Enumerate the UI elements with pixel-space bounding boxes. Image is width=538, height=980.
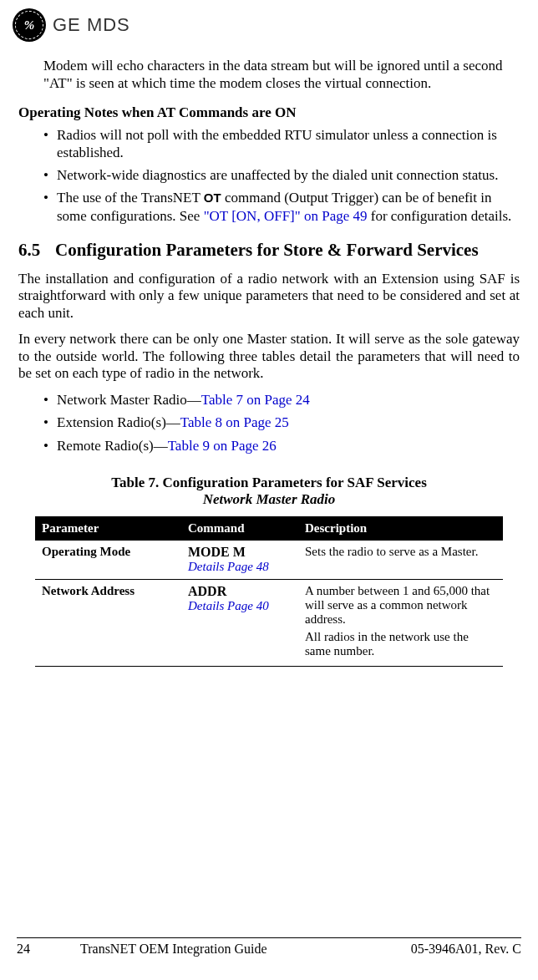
description-text: A number between 1 and 65,000 that will … (305, 584, 496, 627)
ge-logo-icon: % (13, 8, 46, 42)
page-footer: 24 TransNET OEM Integration Guide 05-394… (17, 937, 521, 957)
table-subcaption: Network Master Radio (18, 491, 520, 508)
operating-notes-heading: Operating Notes when AT Commands are ON (18, 104, 520, 121)
description-cell: A number between 1 and 65,000 that will … (298, 579, 503, 666)
table-caption: Table 7. Configuration Parameters for SA… (18, 475, 520, 491)
intro-paragraph: Modem will echo characters in the data s… (18, 57, 520, 93)
table-row: Operating Mode MODE M Details Page 48 Se… (35, 541, 503, 580)
list-item: Remote Radio(s)—Table 9 on Page 26 (43, 437, 520, 454)
cross-reference-link[interactable]: Table 8 on Page 25 (180, 414, 289, 430)
table-reference-list: Network Master Radio—Table 7 on Page 24 … (18, 391, 520, 454)
cross-reference-link[interactable]: Table 9 on Page 26 (168, 438, 277, 454)
section-heading: 6.5 Configuration Parameters for Store &… (18, 240, 520, 261)
cross-reference-link[interactable]: "OT [ON, OFF]" on Page 49 (204, 208, 368, 224)
brand-header: % GE MDS (13, 8, 521, 42)
cross-reference-link[interactable]: Table 7 on Page 24 (201, 392, 310, 408)
list-item-text: Remote Radio(s)— (57, 438, 168, 454)
list-item: Network Master Radio—Table 7 on Page 24 (43, 391, 520, 409)
command-name: ADDR (188, 584, 292, 599)
command-cell: MODE M Details Page 48 (181, 541, 298, 580)
ot-command: OT (204, 190, 221, 205)
section-title: Configuration Parameters for Store & For… (55, 240, 520, 261)
ge-logo-text: % (24, 18, 35, 33)
list-item: The use of the TransNET OT command (Outp… (43, 189, 520, 225)
list-item: Radios will not poll with the embedded R… (43, 126, 520, 162)
configuration-parameters-table: Parameter Command Description Operating … (35, 516, 503, 667)
list-item: Extension Radio(s)—Table 8 on Page 25 (43, 414, 520, 431)
parameter-cell: Operating Mode (35, 541, 181, 580)
command-cell: ADDR Details Page 40 (181, 579, 298, 666)
document-title: TransNET OEM Integration Guide (80, 942, 267, 957)
list-item: Network-wide diagnostics are unaffected … (43, 166, 520, 184)
footer-rule (17, 937, 521, 938)
table-header: Parameter (35, 516, 181, 541)
description-text: Sets the radio to serve as a Master. (305, 545, 496, 559)
list-item-text: The use of the TransNET (57, 190, 204, 206)
document-number: 05-3946A01, Rev. C (411, 942, 521, 957)
list-item-text: Network-wide diagnostics are unaffected … (57, 167, 498, 183)
command-details-link[interactable]: Details Page 40 (188, 599, 292, 613)
parameter-cell: Network Address (35, 579, 181, 666)
operating-notes-list: Radios will not poll with the embedded R… (18, 126, 520, 225)
command-details-link[interactable]: Details Page 48 (188, 560, 292, 574)
section-number: 6.5 (18, 240, 55, 261)
list-item-text: Extension Radio(s)— (57, 414, 180, 430)
section-paragraph: In every network there can be only one M… (18, 331, 520, 383)
page-content: Modem will echo characters in the data s… (17, 57, 521, 667)
description-text: All radios in the network use the same n… (305, 630, 496, 659)
page-number: 24 (17, 942, 30, 957)
table-header: Description (298, 516, 503, 541)
list-item-text: for configuration details. (367, 208, 511, 224)
brand-name: GE MDS (53, 14, 130, 36)
list-item-text: Radios will not poll with the embedded R… (57, 127, 497, 160)
description-cell: Sets the radio to serve as a Master. (298, 541, 503, 580)
list-item-text: Network Master Radio— (57, 392, 201, 408)
table-header-row: Parameter Command Description (35, 516, 503, 541)
command-name: MODE M (188, 545, 292, 560)
table-row: Network Address ADDR Details Page 40 A n… (35, 579, 503, 666)
section-paragraph: The installation and configuration of a … (18, 271, 520, 322)
table-header: Command (181, 516, 298, 541)
